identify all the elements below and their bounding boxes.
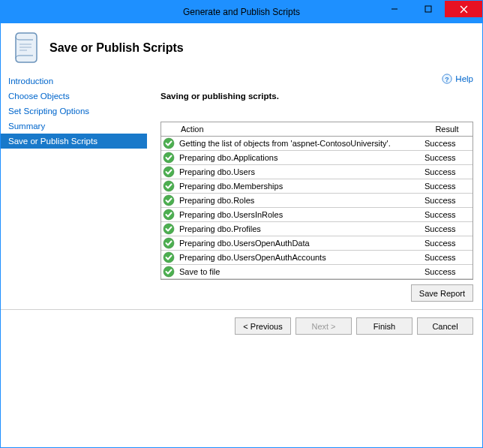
- script-scroll-icon: [12, 31, 38, 65]
- titlebar: Generate and Publish Scripts: [1, 1, 482, 23]
- success-icon: [161, 194, 176, 208]
- next-button[interactable]: Next >: [296, 317, 352, 335]
- page-header: Save or Publish Scripts: [1, 23, 482, 72]
- status-text: Saving or publishing scripts.: [160, 92, 473, 122]
- result-cell: Success: [422, 165, 472, 179]
- column-result: Result: [422, 122, 472, 137]
- wizard-footer: < Previous Next > Finish Cancel: [1, 309, 482, 342]
- main-panel: ? Help Saving or publishing scripts. Act…: [147, 72, 482, 309]
- column-action: Action: [176, 122, 422, 137]
- result-cell: Success: [422, 265, 472, 279]
- success-icon: [161, 222, 176, 236]
- sidebar-item-summary[interactable]: Summary: [1, 119, 147, 134]
- table-row: Preparing dbo.UsersOpenAuthAccountsSucce…: [161, 251, 472, 265]
- table-row: Preparing dbo.ApplicationsSuccess: [161, 151, 472, 165]
- close-button[interactable]: [445, 1, 482, 17]
- minimize-button[interactable]: [377, 1, 411, 17]
- action-cell: Preparing dbo.Profiles: [176, 222, 422, 236]
- table-row: Preparing dbo.ProfilesSuccess: [161, 222, 472, 236]
- finish-button[interactable]: Finish: [356, 317, 412, 335]
- action-cell: Preparing dbo.Memberships: [176, 179, 422, 194]
- table-row: Preparing dbo.MembershipsSuccess: [161, 179, 472, 194]
- result-cell: Success: [422, 208, 472, 222]
- result-cell: Success: [422, 222, 472, 236]
- wizard-sidebar: Introduction Choose Objects Set Scriptin…: [1, 72, 147, 309]
- table-row: Save to fileSuccess: [161, 265, 472, 279]
- sidebar-item-introduction[interactable]: Introduction: [1, 74, 147, 89]
- table-row: Preparing dbo.UsersOpenAuthDataSuccess: [161, 236, 472, 251]
- result-cell: Success: [422, 194, 472, 208]
- table-row: Preparing dbo.RolesSuccess: [161, 194, 472, 208]
- success-icon: [161, 165, 176, 179]
- save-report-button[interactable]: Save Report: [411, 284, 473, 302]
- action-cell: Preparing dbo.Users: [176, 165, 422, 179]
- sidebar-item-save-or-publish-scripts[interactable]: Save or Publish Scripts: [1, 134, 147, 149]
- success-icon: [161, 236, 176, 251]
- result-cell: Success: [422, 179, 472, 194]
- cancel-button[interactable]: Cancel: [417, 317, 473, 335]
- table-row: Getting the list of objects from 'aspnet…: [161, 137, 472, 151]
- success-icon: [161, 265, 176, 279]
- svg-text:?: ?: [446, 76, 449, 83]
- maximize-button[interactable]: [411, 1, 445, 17]
- result-cell: Success: [422, 251, 472, 265]
- result-cell: Success: [422, 137, 472, 151]
- action-cell: Preparing dbo.Roles: [176, 194, 422, 208]
- sidebar-item-set-scripting-options[interactable]: Set Scripting Options: [1, 104, 147, 119]
- results-table: Action Result Getting the list of object…: [161, 122, 472, 279]
- svg-rect-1: [425, 6, 431, 12]
- table-row: Preparing dbo.UsersSuccess: [161, 165, 472, 179]
- success-icon: [161, 151, 176, 165]
- page-title: Save or Publish Scripts: [50, 41, 184, 55]
- results-container: Action Result Getting the list of object…: [160, 122, 473, 280]
- window-controls: [377, 1, 482, 17]
- result-cell: Success: [422, 151, 472, 165]
- success-icon: [161, 137, 176, 151]
- success-icon: [161, 251, 176, 265]
- window-title: Generate and Publish Scripts: [183, 7, 300, 17]
- success-icon: [161, 179, 176, 194]
- table-row: Preparing dbo.UsersInRolesSuccess: [161, 208, 472, 222]
- action-cell: Preparing dbo.Applications: [176, 151, 422, 165]
- result-cell: Success: [422, 236, 472, 251]
- previous-button[interactable]: < Previous: [235, 317, 291, 335]
- sidebar-item-choose-objects[interactable]: Choose Objects: [1, 89, 147, 104]
- help-icon[interactable]: ?: [442, 74, 452, 84]
- action-cell: Preparing dbo.UsersOpenAuthData: [176, 236, 422, 251]
- action-cell: Preparing dbo.UsersInRoles: [176, 208, 422, 222]
- help-link[interactable]: Help: [455, 74, 473, 83]
- success-icon: [161, 208, 176, 222]
- action-cell: Getting the list of objects from 'aspnet…: [176, 137, 422, 151]
- action-cell: Save to file: [176, 265, 422, 279]
- action-cell: Preparing dbo.UsersOpenAuthAccounts: [176, 251, 422, 265]
